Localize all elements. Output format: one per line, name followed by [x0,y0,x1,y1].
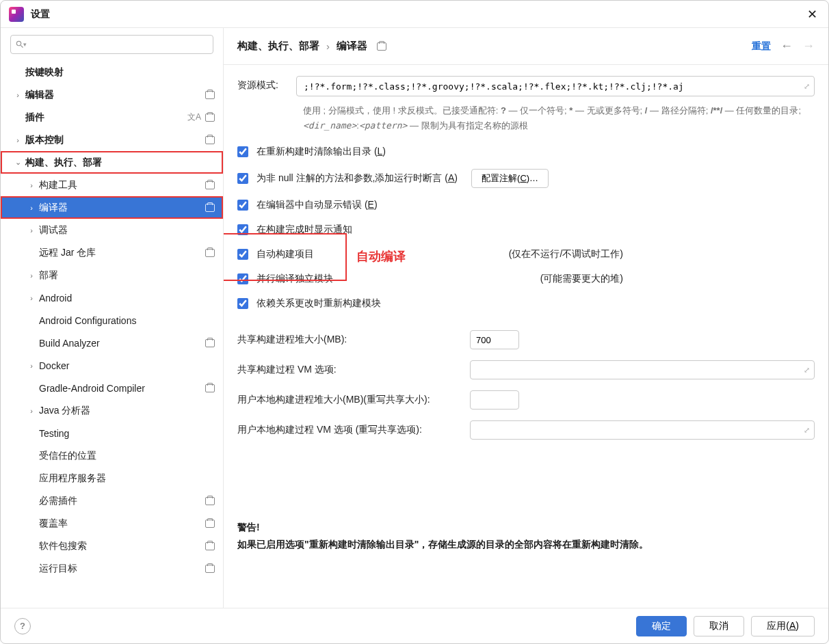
show-notification-checkbox[interactable] [237,224,248,235]
auto-build-row: 自动构建项目 (仅在不运行/不调试时工作) [237,247,815,262]
show-notification-label[interactable]: 在构建完成时显示通知 [256,224,352,236]
chevron-icon: › [13,136,23,144]
tree-item-21[interactable]: 软件包搜索 [1,535,223,557]
auto-show-errors-label[interactable]: 在编辑器中自动显示错误 (E) [256,199,378,211]
project-badge-icon [205,565,215,573]
apply-button[interactable]: 应用(A) [751,616,815,636]
parallel-compile-label[interactable]: 并行编译独立模块 [256,273,333,285]
forward-icon[interactable]: → [802,39,815,53]
tree-item-label: 受信任的位置 [39,450,96,462]
rebuild-deps-row: 依赖关系更改时重新构建模块 [237,296,815,311]
settings-tree: 按键映射›编辑器插件文A›版本控制⌄构建、执行、部署›构建工具›编译器›调试器远… [1,61,223,608]
tree-item-19[interactable]: 必需插件 [1,489,223,512]
tree-item-5[interactable]: ›构建工具 [1,174,223,196]
parallel-compile-row: 并行编译独立模块 (可能需要更大的堆) [237,271,815,286]
settings-window: 设置 ✕ ▾ 按键映射›编辑器插件文A›版本控制⌄构建、执行、部署›构建工具›编… [0,0,829,644]
parallel-compile-checkbox[interactable] [237,273,248,284]
tree-item-1[interactable]: ›编辑器 [1,83,223,106]
close-icon[interactable]: ✕ [804,7,820,22]
titlebar: 设置 ✕ [1,1,828,28]
search-input[interactable]: ▾ [10,35,213,54]
tree-item-2[interactable]: 插件文A [1,106,223,129]
chevron-icon: › [27,226,36,234]
tree-item-11[interactable]: Android Configurations [1,309,223,332]
tree-item-12[interactable]: Build Analyzer [1,332,223,354]
tree-item-22[interactable]: 运行目标 [1,557,223,580]
auto-show-errors-checkbox[interactable] [237,200,248,211]
tree-item-18[interactable]: 应用程序服务器 [1,467,223,489]
rebuild-deps-checkbox[interactable] [237,298,248,309]
auto-build-checkbox[interactable] [237,249,248,260]
tree-item-4[interactable]: ⌄构建、执行、部署 [1,151,223,174]
tree-item-8[interactable]: 远程 Jar 仓库 [1,241,223,264]
tree-item-20[interactable]: 覆盖率 [1,512,223,535]
reset-button[interactable]: 重置 [752,40,771,53]
clear-output-label[interactable]: 在重新构建时清除输出目录 (L) [256,146,386,158]
tree-item-label: 版本控制 [25,134,64,146]
tree-item-13[interactable]: ›Docker [1,354,223,377]
user-heap-input[interactable] [470,390,519,410]
tree-item-label: Build Analyzer [39,338,100,349]
tree-item-label: 调试器 [39,224,68,237]
breadcrumb-separator: › [326,40,330,52]
tree-item-9[interactable]: ›部署 [1,264,223,286]
resource-pattern-input[interactable]: ⤢ [296,76,815,96]
main-panel: 构建、执行、部署 › 编译器 重置 ← → 资源模式: ⤢ [224,28,828,608]
sidebar: ▾ 按键映射›编辑器插件文A›版本控制⌄构建、执行、部署›构建工具›编译器›调试… [1,28,224,608]
breadcrumb-part2: 编译器 [337,40,367,53]
user-vm-input[interactable]: ⤢ [470,420,815,440]
breadcrumb-part1: 构建、执行、部署 [237,40,319,53]
tree-item-label: 插件 [25,111,44,124]
tree-item-14[interactable]: Gradle-Android Compiler [1,377,223,399]
user-vm-field[interactable] [476,421,795,439]
user-vm-label: 用户本地构建过程 VM 选项 (重写共享选项): [237,424,470,436]
content-area: 资源模式: ⤢ 使用 ; 分隔模式，使用 ! 求反模式。已接受通配符: ? — … [224,65,828,608]
tree-item-label: 编译器 [39,202,68,214]
tree-item-17[interactable]: 受信任的位置 [1,444,223,467]
tree-item-10[interactable]: ›Android [1,286,223,309]
expand-icon[interactable]: ⤢ [804,366,810,375]
tree-item-3[interactable]: ›版本控制 [1,129,223,151]
ok-button[interactable]: 确定 [636,616,687,636]
clear-output-checkbox[interactable] [237,146,248,157]
null-assert-label[interactable]: 为非 null 注解的方法和参数,添加运行时断言 (A) [256,172,458,185]
tree-item-label: 构建、执行、部署 [25,157,102,169]
help-button[interactable]: ? [14,618,31,634]
clear-output-row: 在重新构建时清除输出目录 (L) [237,144,815,159]
back-icon[interactable]: ← [780,39,793,53]
project-badge-icon [205,181,215,189]
project-badge-icon [205,91,215,99]
tree-item-label: 编辑器 [25,89,54,101]
expand-icon[interactable]: ⤢ [804,82,810,91]
tree-item-16[interactable]: Testing [1,422,223,444]
resource-pattern-field[interactable] [304,77,795,96]
tree-item-label: Android [39,293,72,304]
header-actions: 重置 ← → [752,39,815,53]
auto-build-label[interactable]: 自动构建项目 [256,248,314,260]
cancel-button[interactable]: 取消 [694,616,744,636]
tree-item-15[interactable]: ›Java 分析器 [1,399,223,422]
warning-body: 如果已启用选项"重新构建时清除输出目录"，存储生成源的目录的全部内容将在重新构建… [237,537,815,552]
tree-item-7[interactable]: ›调试器 [1,219,223,241]
configure-annotations-button[interactable]: 配置注解(C)… [471,169,549,188]
search-dropdown-icon: ▾ [23,41,27,48]
tree-item-label: Android Configurations [39,315,136,326]
tree-item-label: 远程 Jar 仓库 [39,247,96,259]
tree-item-6[interactable]: ›编译器 [1,196,223,219]
vm-options-field[interactable] [476,361,795,379]
tree-item-label: 必需插件 [39,495,77,507]
footer: ? 确定 取消 应用(A) [1,608,828,643]
tree-item-0[interactable]: 按键映射 [1,61,223,83]
null-assert-checkbox[interactable] [237,173,248,184]
vm-options-input[interactable]: ⤢ [470,360,815,379]
main-header: 构建、执行、部署 › 编译器 重置 ← → [224,28,828,65]
tree-item-label: 按键映射 [25,66,64,79]
chevron-icon: › [27,204,36,212]
expand-icon[interactable]: ⤢ [804,426,810,435]
project-badge-icon [377,42,386,51]
rebuild-deps-label[interactable]: 依赖关系更改时重新构建模块 [256,297,381,310]
app-icon [9,7,24,22]
heap-size-input[interactable] [470,330,519,349]
tree-item-label: 软件包搜索 [39,540,87,552]
user-heap-label: 用户本地构建进程堆大小(MB)(重写共享大小): [237,394,470,406]
